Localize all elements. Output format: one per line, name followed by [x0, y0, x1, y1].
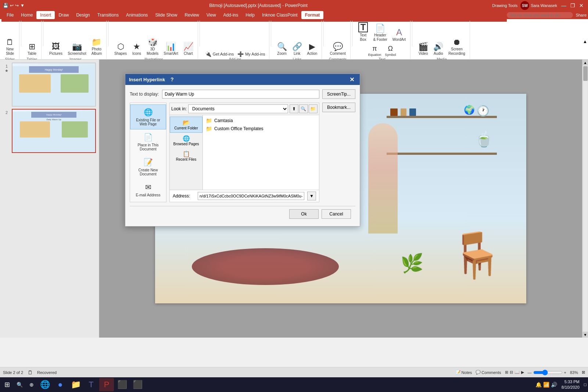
current-folder-btn[interactable]: 📂 Current Folder [170, 117, 202, 133]
look-in-select[interactable]: Documents [188, 104, 288, 113]
volume-icon[interactable]: 🔊 [551, 382, 557, 388]
nav-existing-file[interactable]: 🌐 Existing File or Web Page [130, 104, 166, 129]
menu-view[interactable]: View [203, 11, 220, 19]
dialog-help-btn[interactable]: ? [168, 75, 176, 83]
menu-slideshow[interactable]: Slide Show [151, 11, 181, 19]
customize-icon[interactable]: ▼ [20, 3, 25, 8]
textbox-btn[interactable]: T TextBox [356, 21, 370, 43]
menu-help[interactable]: Help [242, 11, 258, 19]
nav-create-new[interactable]: 📝 Create New Document [130, 154, 166, 179]
cancel-btn[interactable]: Cancel [322, 209, 351, 219]
search-taskbar-btn[interactable]: 🔍 [14, 378, 26, 391]
bookmark-btn[interactable]: Bookmark... [322, 103, 355, 112]
screenshot-btn[interactable]: 📷 Screenshot [65, 41, 89, 57]
slide-sorter-btn[interactable]: ⊟ [510, 370, 513, 375]
chart-btn[interactable]: 📈 Chart [181, 41, 196, 57]
screentip-btn[interactable]: ScreenTip... [322, 89, 355, 99]
minimize-btn[interactable]: — [560, 2, 567, 9]
menu-classpoint[interactable]: Inknoe ClassPoint [258, 11, 301, 19]
icons-btn[interactable]: ★ Icons [130, 41, 144, 57]
video-btn[interactable]: 🎬 Video [416, 41, 430, 57]
menu-design[interactable]: Design [72, 11, 93, 19]
file-name-camtasia: Camtasia [214, 118, 233, 123]
nav-email[interactable]: ✉ E-mail Address [130, 179, 166, 200]
menu-addins[interactable]: Add-ins [220, 11, 242, 19]
titlebar-left-icons[interactable]: 💾 ↩ ↪ ▼ [3, 3, 25, 8]
scroll-down-btn[interactable]: ▼ [582, 332, 588, 338]
right-scrollbar[interactable]: ▲ ▼ [582, 60, 588, 338]
dialog-close-btn[interactable]: ✕ [347, 75, 356, 84]
browsed-pages-btn[interactable]: 🌐 Browsed Pages [170, 133, 202, 148]
wordart-btn[interactable]: A WordArt [390, 26, 408, 43]
header-footer-btn[interactable]: 📄 Header& Footer [371, 23, 389, 43]
tell-me-input[interactable] [507, 12, 573, 18]
recent-files-btn[interactable]: 📋 Recent Files [170, 148, 202, 164]
look-in-new-folder-btn[interactable]: 📁 [309, 104, 318, 113]
slide-thumb-1[interactable]: Happy Monday! [12, 63, 96, 107]
redo-icon[interactable]: ↪ [15, 3, 19, 8]
link-btn[interactable]: 🔗 Link [290, 41, 304, 57]
chrome-app[interactable]: ● [53, 378, 68, 391]
menu-transitions[interactable]: Transitions [94, 11, 122, 19]
explorer-app[interactable]: 📁 [68, 378, 83, 391]
menu-animations[interactable]: Animations [122, 11, 151, 19]
address-input[interactable] [198, 192, 304, 200]
screen-recording-btn[interactable]: ⏺ ScreenRecording [446, 37, 467, 57]
edge-app[interactable]: 🌐 [37, 378, 52, 391]
shapes-btn[interactable]: ⬡ Shapes [112, 41, 129, 57]
slide-thumb-2[interactable]: Happy Monday! Daily Warm Up [12, 109, 96, 153]
notification-icon[interactable]: 🔔 [535, 382, 542, 388]
menu-format[interactable]: Format [301, 11, 324, 19]
get-addins-btn[interactable]: 🔌 Get Add-ins [204, 51, 235, 57]
look-in-browse-btn[interactable]: 🔍 [299, 104, 308, 113]
undo-icon[interactable]: ↩ [10, 3, 14, 8]
action-center-icon[interactable]: □ [584, 382, 587, 387]
menu-file[interactable]: File [3, 11, 17, 19]
pictures-btn[interactable]: 🖼 Pictures [47, 41, 65, 57]
close-btn[interactable]: ✕ [578, 2, 585, 9]
scroll-thumb[interactable] [583, 66, 588, 81]
menu-review[interactable]: Review [181, 11, 202, 19]
zoom-slider[interactable]: — + [528, 370, 566, 375]
user-avatar[interactable]: SW [520, 1, 529, 10]
task-view-btn[interactable]: ⊕ [26, 378, 37, 391]
menu-draw[interactable]: Draw [55, 11, 72, 19]
start-btn[interactable]: ⊞ [1, 378, 13, 391]
address-dropdown-btn[interactable]: ▼ [307, 192, 316, 200]
green-app[interactable]: ⬛ [115, 378, 129, 391]
table-btn[interactable]: ⊞ Table [25, 41, 39, 57]
photo-album-btn[interactable]: 📁 PhotoAlbum [89, 37, 104, 57]
red-app[interactable]: ⬛ [130, 378, 145, 391]
new-slide-btn[interactable]: 🗒 NewSlide [3, 37, 17, 57]
action-btn[interactable]: ▶ Action [305, 41, 320, 57]
powerpoint-app[interactable]: P [99, 378, 114, 391]
ok-btn[interactable]: Ok [289, 209, 319, 219]
share-button[interactable]: Share [576, 13, 587, 17]
zoom-btn[interactable]: 🔍 Zoom [275, 41, 289, 57]
menu-insert[interactable]: Insert [36, 11, 55, 19]
notes-btn[interactable]: 📝 Notes [456, 370, 472, 375]
ribbon-collapse-btn[interactable]: ▲ [583, 39, 587, 44]
equation-btn[interactable]: π Equation [367, 44, 383, 57]
file-item-camtasia[interactable]: 📁 Camtasia [204, 117, 318, 125]
menu-home[interactable]: Home [17, 11, 36, 19]
normal-view-btn[interactable]: ⊞ [505, 370, 508, 375]
audio-btn[interactable]: 🔊 Audio [431, 41, 445, 57]
nav-place-in-doc[interactable]: 📄 Place in This Document [130, 129, 166, 154]
restore-btn[interactable]: ❐ [569, 2, 576, 9]
comments-btn[interactable]: 💬 Comments [476, 370, 501, 375]
look-in-up-btn[interactable]: ⬆ [290, 104, 298, 113]
my-addins-btn[interactable]: ➕ My Add-ins [236, 51, 266, 57]
fit-slide-btn[interactable]: ⊠ [582, 370, 585, 375]
slideshow-btn[interactable]: ▶ [521, 370, 524, 375]
scroll-up-btn[interactable]: ▲ [582, 60, 588, 65]
reading-view-btn[interactable]: 📖 [514, 370, 520, 375]
symbol-btn[interactable]: Ω Symbol [383, 44, 397, 57]
smartart-btn[interactable]: 📊 SmartArt [161, 41, 180, 57]
text-display-input[interactable] [162, 90, 319, 99]
teams-app[interactable]: T [84, 378, 98, 391]
save-icon[interactable]: 💾 [3, 3, 8, 8]
comment-btn[interactable]: 💬 Comment [327, 41, 348, 57]
3d-models-btn[interactable]: 🎲 3DModels [144, 37, 161, 57]
file-item-office-templates[interactable]: 📁 Custom Office Templates [204, 125, 318, 133]
